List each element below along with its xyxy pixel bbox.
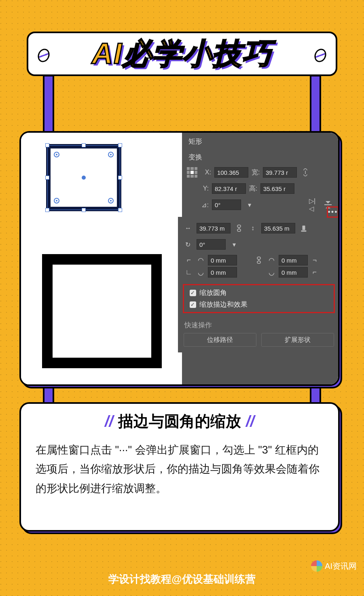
svg-rect-0 bbox=[237, 225, 241, 227]
transform-row-3: ⊿: 0° ▾ ▷|◁ bbox=[182, 197, 338, 213]
corner-br-icon[interactable]: ⌐ bbox=[309, 267, 320, 278]
handle-bot-left[interactable] bbox=[45, 208, 49, 212]
corner-widget-tl[interactable] bbox=[54, 152, 59, 157]
rotate-icon: ↻ bbox=[183, 239, 193, 250]
canvas-area[interactable] bbox=[21, 133, 182, 384]
angle-label: ⊿: bbox=[201, 201, 209, 209]
h-field[interactable]: 35.635 r bbox=[260, 183, 294, 194]
description-heading: // 描边与圆角的缩放 // bbox=[36, 411, 324, 432]
corner-widget-tr[interactable] bbox=[108, 152, 114, 157]
handle-top-left[interactable] bbox=[45, 143, 49, 147]
popup-w-field[interactable]: 39.773 m bbox=[197, 223, 231, 233]
footer-text: 学设计找教程@优设基础训练营 bbox=[108, 573, 255, 585]
watermark-text: AI资讯网 bbox=[325, 561, 357, 572]
scale-corners-row[interactable]: ✓ 缩放圆角 bbox=[187, 287, 330, 299]
main-card-shadow: 矩形 变换 X: 100.365 宽: 39.773 r Y: 82.374 r… bbox=[22, 134, 342, 388]
angle-field[interactable]: 0° bbox=[212, 199, 241, 210]
offset-path-button[interactable]: 位移路径 bbox=[184, 333, 256, 347]
extended-options-popup: ↔ 39.773 m ↕ 35.635 m ↻ 0° ▾ bbox=[178, 217, 340, 352]
w-label: 宽: bbox=[252, 168, 260, 177]
expand-shape-button[interactable]: 扩展形状 bbox=[261, 333, 334, 347]
svg-rect-2 bbox=[257, 257, 260, 259]
handle-mid-left[interactable] bbox=[45, 176, 49, 180]
link-corners-icon[interactable] bbox=[255, 256, 263, 264]
popup-rotate-field[interactable]: 0° bbox=[197, 239, 226, 250]
description-card-shadow: // 描边与圆角的缩放 // 在属性窗口点击 "···" 会弹出扩展窗口，勾选上… bbox=[22, 405, 342, 534]
width-icon: ↔ bbox=[183, 223, 193, 233]
corner-br-cell: ◡ 0 mm ⌐ bbox=[267, 267, 334, 278]
corner-widget-bl[interactable] bbox=[54, 198, 59, 204]
selected-rectangle[interactable] bbox=[46, 144, 121, 211]
corner-tl-icon[interactable]: ⌐ bbox=[184, 255, 194, 265]
corner-type-bl[interactable]: ◡ bbox=[196, 267, 206, 278]
rotate-dropdown-icon[interactable]: ▾ bbox=[229, 239, 239, 250]
watermark-icon bbox=[311, 560, 322, 572]
popup-rotate-row: ↻ 0° ▾ bbox=[178, 236, 340, 252]
flip-horizontal-icon[interactable]: ▷|◁ bbox=[309, 199, 320, 210]
corner-tl-field[interactable]: 0 mm bbox=[208, 255, 237, 265]
corner-tl-cell: ⌐ ◠ 0 mm bbox=[184, 255, 251, 265]
corner-type-br[interactable]: ◡ bbox=[267, 267, 277, 278]
corner-bl-cell: ∟ ◡ 0 mm bbox=[184, 267, 251, 278]
corner-br-field[interactable]: 0 mm bbox=[279, 267, 308, 278]
x-field[interactable]: 100.365 bbox=[214, 167, 248, 178]
popup-size-row: ↔ 39.773 m ↕ 35.635 m bbox=[178, 220, 340, 236]
corner-bl-field[interactable]: 0 mm bbox=[208, 267, 237, 278]
description-card: // 描边与圆角的缩放 // 在属性窗口点击 "···" 会弹出扩展窗口，勾选上… bbox=[19, 402, 340, 532]
properties-panel: 矩形 变换 X: 100.365 宽: 39.773 r Y: 82.374 r… bbox=[182, 133, 338, 384]
scale-strokes-label: 缩放描边和效果 bbox=[199, 300, 248, 309]
angle-dropdown-icon[interactable]: ▾ bbox=[244, 199, 255, 210]
y-field[interactable]: 82.374 r bbox=[212, 183, 246, 194]
corner-radius-grid: ⌐ ◠ 0 mm ◠ 0 mm ¬ ∟ bbox=[178, 252, 340, 280]
highlighted-checkboxes: ✓ 缩放圆角 ✓ 缩放描边和效果 bbox=[183, 284, 335, 313]
corner-bl-icon[interactable]: ∟ bbox=[184, 267, 194, 278]
slash-left-icon: // bbox=[105, 413, 113, 430]
corner-widget-br[interactable] bbox=[108, 198, 114, 204]
watermark: AI资讯网 bbox=[311, 560, 357, 572]
scale-corners-checkbox[interactable]: ✓ bbox=[190, 290, 196, 296]
handle-bot-right[interactable] bbox=[118, 208, 122, 212]
x-label: X: bbox=[203, 169, 211, 176]
description-body: 在属性窗口点击 "···" 会弹出扩展窗口，勾选上 "3" 红框内的选项后，当你… bbox=[36, 441, 324, 498]
popup-h-field[interactable]: 35.635 m bbox=[261, 223, 295, 233]
corner-type-tl[interactable]: ◠ bbox=[196, 255, 206, 265]
height-icon: ↕ bbox=[248, 223, 258, 233]
w-field[interactable]: 39.773 r bbox=[263, 167, 297, 178]
corner-tr-cell: ◠ 0 mm ¬ bbox=[267, 255, 334, 265]
link-wh-icon[interactable] bbox=[300, 167, 311, 178]
quick-actions-title: 快速操作 bbox=[178, 315, 340, 333]
link-size-icon[interactable] bbox=[234, 223, 244, 233]
more-options-button[interactable]: ••• bbox=[327, 206, 339, 218]
handle-top-mid[interactable] bbox=[82, 143, 86, 147]
main-card: 矩形 变换 X: 100.365 宽: 39.773 r Y: 82.374 r… bbox=[19, 131, 340, 386]
large-rectangle[interactable] bbox=[42, 254, 162, 368]
handle-mid-right[interactable] bbox=[118, 176, 122, 180]
footer: 学设计找教程@优设基础训练营 bbox=[0, 572, 364, 586]
slash-right-icon: // bbox=[246, 413, 254, 430]
align-icon[interactable] bbox=[298, 223, 309, 233]
corner-tr-field[interactable]: 0 mm bbox=[279, 255, 308, 265]
corner-tr-icon[interactable]: ¬ bbox=[309, 255, 320, 265]
shape-section-title: 矩形 bbox=[182, 133, 338, 148]
quick-actions-buttons: 位移路径 扩展形状 bbox=[178, 333, 340, 347]
y-label: Y: bbox=[201, 185, 209, 192]
scale-corners-label: 缩放圆角 bbox=[199, 288, 227, 297]
scale-strokes-row[interactable]: ✓ 缩放描边和效果 bbox=[187, 299, 330, 310]
handle-bot-mid[interactable] bbox=[82, 208, 86, 212]
transform-section-title: 变换 bbox=[182, 148, 338, 164]
main-title: AI必学小技巧 bbox=[92, 34, 272, 73]
center-point[interactable] bbox=[82, 176, 86, 180]
description-title: 描边与圆角的缩放 bbox=[118, 411, 241, 432]
svg-rect-3 bbox=[257, 261, 260, 263]
transform-row-1: X: 100.365 宽: 39.773 r bbox=[182, 164, 338, 180]
title-card: AI必学小技巧 bbox=[27, 32, 337, 76]
corner-type-tr[interactable]: ◠ bbox=[267, 255, 277, 265]
h-label: 高: bbox=[249, 185, 257, 193]
reference-point-grid[interactable] bbox=[187, 167, 197, 178]
transform-row-2: Y: 82.374 r 高: 35.635 r bbox=[182, 180, 338, 197]
handle-top-right[interactable] bbox=[118, 143, 122, 147]
scale-strokes-checkbox[interactable]: ✓ bbox=[190, 301, 196, 308]
svg-rect-1 bbox=[237, 229, 241, 231]
